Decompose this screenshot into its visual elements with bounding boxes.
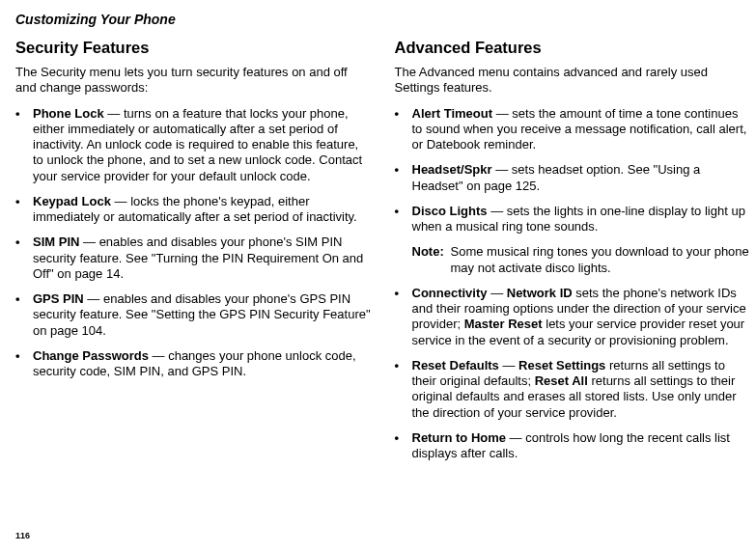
- list-item: • Return to Home — controls how long the…: [395, 430, 751, 462]
- bullet-text: Disco Lights — sets the lights in one-li…: [412, 204, 751, 235]
- list-item: • Headset/Spkr — sets headset option. Se…: [395, 162, 751, 194]
- list-item: • Keypad Lock — locks the phone's keypad…: [15, 194, 372, 226]
- bullet-icon: •: [395, 204, 412, 235]
- bullet-text: Keypad Lock — locks the phone's keypad, …: [33, 194, 372, 226]
- bullet-icon: •: [395, 106, 412, 153]
- section-title-security: Security Features: [15, 39, 372, 57]
- page-header: Customizing Your Phone: [15, 12, 750, 27]
- list-item: • Change Passwords — changes your phone …: [15, 348, 372, 380]
- bullet-icon: •: [395, 430, 412, 462]
- content-columns: Security Features The Security menu lets…: [15, 39, 750, 471]
- list-item: • SIM PIN — enables and disables your ph…: [15, 235, 372, 282]
- bullet-text: Change Passwords — changes your phone un…: [33, 348, 372, 380]
- list-item: • Connectivity — Network ID sets the pho…: [395, 286, 751, 348]
- bullet-text: Headset/Spkr — sets headset option. See …: [412, 162, 751, 194]
- note-block: Note: Some musical ring tones you downlo…: [412, 244, 751, 276]
- right-column: Advanced Features The Advanced menu cont…: [395, 39, 751, 471]
- advanced-intro: The Advanced menu contains advanced and …: [395, 65, 751, 97]
- bullet-text: SIM PIN — enables and disables your phon…: [33, 235, 372, 282]
- bullet-text: Phone Lock — turns on a feature that loc…: [33, 106, 372, 184]
- bullet-icon: •: [395, 162, 412, 194]
- bullet-icon: •: [15, 291, 33, 339]
- bullet-icon: •: [15, 235, 33, 282]
- list-item: • Phone Lock — turns on a feature that l…: [15, 106, 372, 184]
- page-number: 116: [15, 531, 30, 540]
- bullet-text: Connectivity — Network ID sets the phone…: [412, 286, 751, 348]
- bullet-icon: •: [15, 194, 33, 226]
- advanced-list: • Alert Timeout — sets the amount of tim…: [395, 106, 751, 235]
- bullet-icon: •: [395, 358, 412, 421]
- section-title-advanced: Advanced Features: [395, 39, 751, 57]
- bullet-icon: •: [15, 348, 33, 380]
- advanced-list-2: • Connectivity — Network ID sets the pho…: [395, 286, 751, 462]
- list-item: • GPS PIN — enables and disables your ph…: [15, 291, 372, 339]
- list-item: • Reset Defaults — Reset Settings return…: [395, 358, 751, 421]
- list-item: • Disco Lights — sets the lights in one-…: [395, 204, 751, 235]
- bullet-text: Alert Timeout — sets the amount of time …: [412, 106, 751, 153]
- bullet-text: Reset Defaults — Reset Settings returns …: [412, 358, 751, 421]
- left-column: Security Features The Security menu lets…: [15, 39, 372, 471]
- note-text: Some musical ring tones you download to …: [451, 244, 751, 276]
- security-list: • Phone Lock — turns on a feature that l…: [15, 106, 372, 380]
- note-label: Note:: [412, 244, 451, 276]
- bullet-text: Return to Home — controls how long the r…: [412, 430, 751, 462]
- bullet-icon: •: [395, 286, 412, 348]
- bullet-text: GPS PIN — enables and disables your phon…: [33, 291, 372, 339]
- security-intro: The Security menu lets you turn security…: [15, 65, 372, 97]
- list-item: • Alert Timeout — sets the amount of tim…: [395, 106, 751, 153]
- bullet-icon: •: [15, 106, 33, 184]
